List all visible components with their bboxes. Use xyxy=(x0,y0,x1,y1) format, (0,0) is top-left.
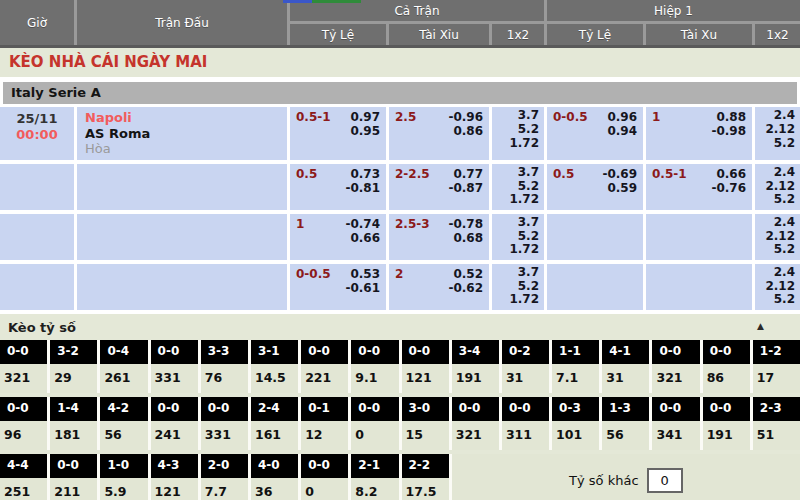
match-teams-cell: NapoliAS RomaHòa xyxy=(77,107,287,160)
odds-value: 0.95 xyxy=(350,124,380,138)
score-column: 0-0211 xyxy=(50,454,97,500)
score-odds-cell[interactable]: 161 xyxy=(251,421,298,450)
ft-handicap-cell[interactable]: 0-0.50.53-0.61 xyxy=(290,264,386,310)
h1-1x2-cell[interactable]: 2.42.125.2 xyxy=(755,214,800,260)
score-odds-cell[interactable]: 221 xyxy=(301,364,348,393)
odds-table: 25/1100:00NapoliAS RomaHòa0.5-10.970.952… xyxy=(0,107,800,310)
score-odds-cell[interactable]: 251 xyxy=(0,478,47,500)
score-odds-cell[interactable]: 29 xyxy=(50,364,97,393)
other-score-label: Tỷ số khác xyxy=(569,473,639,488)
odds-value: 5.2 xyxy=(518,230,539,244)
score-odds-cell[interactable]: 321 xyxy=(0,364,47,393)
h1-handicap-cell[interactable]: 0-0.50.960.94 xyxy=(547,107,643,160)
odds-value: 1.72 xyxy=(509,193,539,207)
score-odds-cell[interactable]: 56 xyxy=(100,421,147,450)
score-odds-cell[interactable]: 191 xyxy=(452,364,499,393)
score-odds-cell[interactable]: 9.1 xyxy=(351,364,398,393)
odds-value: 5.2 xyxy=(518,280,539,294)
score-odds-cell[interactable]: 76 xyxy=(201,364,248,393)
score-odds-cell[interactable]: 311 xyxy=(502,421,549,450)
score-column: 2-07.7 xyxy=(201,454,248,500)
odds-value: 0.73 xyxy=(350,167,380,181)
h1-overunder-cell[interactable]: 10.88-0.98 xyxy=(646,107,752,160)
score-odds-cell[interactable]: 15 xyxy=(402,421,449,450)
odds-value: -0.81 xyxy=(345,181,380,195)
score-odds-cell[interactable]: 14.5 xyxy=(251,364,298,393)
score-odds-cell[interactable]: 7.1 xyxy=(552,364,599,393)
score-odds-cell[interactable]: 56 xyxy=(602,421,649,450)
ft-handicap-cell[interactable]: 0.5-10.970.95 xyxy=(290,107,386,160)
ft-overunder-cell[interactable]: 2.5-3-0.780.68 xyxy=(389,214,489,260)
score-odds-cell[interactable]: 5.9 xyxy=(100,478,147,500)
score-section-title: Kèo tỷ số xyxy=(8,320,76,335)
odds-table-header: Giờ Trận Đấu Cả Trận Hiệp 1 Tỷ Lệ Tài Xỉ… xyxy=(0,0,800,48)
score-odds-cell[interactable]: 8.2 xyxy=(351,478,398,500)
score-odds-cell[interactable]: 261 xyxy=(100,364,147,393)
ft-handicap-cell[interactable]: 0.50.73-0.81 xyxy=(290,164,386,210)
score-odds-cell[interactable]: 341 xyxy=(652,421,699,450)
odds-value: 0.68 xyxy=(453,231,483,245)
score-odds-cell[interactable]: 7.7 xyxy=(201,478,248,500)
h1-handicap-cell[interactable]: 0.5-0.690.59 xyxy=(547,164,643,210)
score-odds-cell[interactable]: 0 xyxy=(351,421,398,450)
score-odds-cell[interactable]: 31 xyxy=(602,364,649,393)
score-odds-cell[interactable]: 321 xyxy=(652,364,699,393)
score-odds-cell[interactable]: 31 xyxy=(502,364,549,393)
handicap-line: 0.5-1 xyxy=(652,167,687,207)
ft-1x2-cell[interactable]: 3.75.21.72 xyxy=(492,164,544,210)
odds-value: 2.4 xyxy=(774,166,795,180)
odds-value: -0.96 xyxy=(448,110,483,124)
score-odds-cell[interactable]: 36 xyxy=(251,478,298,500)
score-odds-cell[interactable]: 96 xyxy=(0,421,47,450)
score-label: 0-1 xyxy=(301,397,348,421)
score-odds-cell[interactable]: 241 xyxy=(151,421,198,450)
score-odds-cell[interactable]: 191 xyxy=(703,421,750,450)
ft-overunder-cell[interactable]: 2.5-0.960.86 xyxy=(389,107,489,160)
ft-overunder-cell[interactable]: 20.52-0.62 xyxy=(389,264,489,310)
h1-1x2-cell[interactable]: 2.42.125.2 xyxy=(755,264,800,310)
score-odds-cell[interactable]: 211 xyxy=(50,478,97,500)
score-odds-cell[interactable]: 121 xyxy=(402,364,449,393)
score-column: 0-0341 xyxy=(652,397,699,450)
score-odds-cell[interactable]: 51 xyxy=(753,421,800,450)
odds-value: 5.2 xyxy=(774,137,795,151)
score-label: 2-1 xyxy=(351,454,398,478)
ft-handicap-cell[interactable]: 1-0.740.66 xyxy=(290,214,386,260)
score-column: 0-096 xyxy=(0,397,47,450)
score-column: 3-114.5 xyxy=(251,340,298,393)
other-score-box[interactable]: 0 xyxy=(647,468,683,493)
ft-1x2-cell[interactable]: 3.75.21.72 xyxy=(492,214,544,260)
h1-1x2-cell[interactable]: 2.42.125.2 xyxy=(755,107,800,160)
score-odds-cell[interactable]: 181 xyxy=(50,421,97,450)
h1-1x2-cell[interactable]: 2.42.125.2 xyxy=(755,164,800,210)
collapse-icon[interactable]: ▲ xyxy=(757,321,764,331)
score-odds-cell[interactable]: 86 xyxy=(703,364,750,393)
score-odds-cell[interactable]: 12 xyxy=(301,421,348,450)
score-odds-cell[interactable]: 0 xyxy=(301,478,348,500)
score-odds-cell[interactable]: 331 xyxy=(151,364,198,393)
odds-value: 5.2 xyxy=(774,193,795,207)
odds-value: 0.88 xyxy=(716,110,746,124)
score-odds-cell[interactable]: 101 xyxy=(552,421,599,450)
score-odds-cell[interactable]: 17 xyxy=(753,364,800,393)
score-column: 0-112 xyxy=(301,397,348,450)
header-time-col: Giờ xyxy=(0,0,74,45)
score-label: 0-3 xyxy=(552,397,599,421)
score-column: 1-217 xyxy=(753,340,800,393)
h1-overunder-cell[interactable]: 0.5-10.66-0.76 xyxy=(646,164,752,210)
score-odds-cell[interactable]: 331 xyxy=(201,421,248,450)
header-h1-handicap: Tỷ Lệ xyxy=(547,24,643,45)
odds-value: 1.72 xyxy=(509,243,539,257)
ft-1x2-cell[interactable]: 3.75.21.72 xyxy=(492,264,544,310)
ft-1x2-cell[interactable]: 3.75.21.72 xyxy=(492,107,544,160)
header-ft-overunder: Tài Xỉu xyxy=(389,24,489,45)
score-odds-cell[interactable]: 121 xyxy=(151,478,198,500)
handicap-line: 0.5-1 xyxy=(296,110,331,157)
score-odds-cell[interactable]: 17.5 xyxy=(402,478,449,500)
score-column: 2-217.5 xyxy=(402,454,449,500)
ft-overunder-cell[interactable]: 2-2.50.77-0.87 xyxy=(389,164,489,210)
score-odds-cell[interactable]: 321 xyxy=(452,421,499,450)
score-label: 4-2 xyxy=(100,397,147,421)
score-label: 4-1 xyxy=(602,340,649,364)
score-column: 3-376 xyxy=(201,340,248,393)
